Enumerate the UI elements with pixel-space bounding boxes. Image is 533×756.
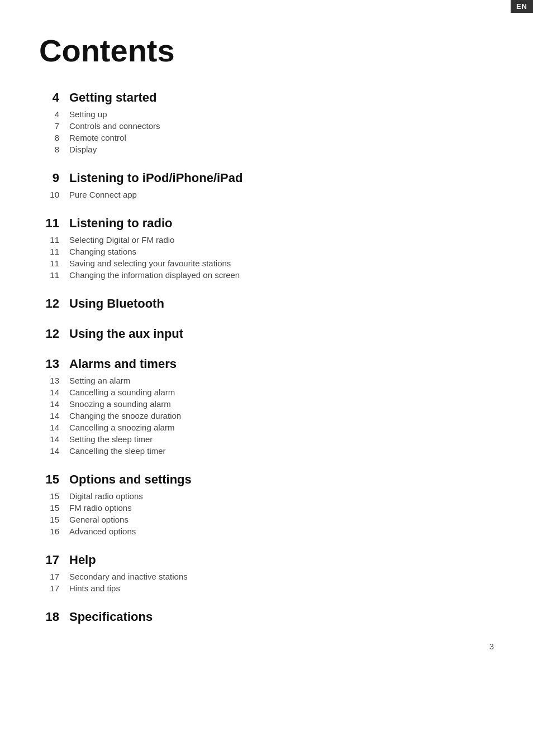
item-number: 10 <box>39 190 59 199</box>
item-number: 15 <box>39 491 59 501</box>
list-item: 15General options <box>39 514 494 525</box>
list-item: 14Cancelling a sounding alarm <box>39 386 494 398</box>
page-number: 3 <box>489 642 494 651</box>
list-item: 14Cancelling the sleep timer <box>39 445 494 457</box>
list-item: 14Changing the snooze duration <box>39 410 494 422</box>
item-label: Snoozing a sounding alarm <box>69 399 171 409</box>
section-items-list: 17Secondary and inactive stations17Hints… <box>39 571 494 594</box>
section-items-list: 10Pure Connect app <box>39 189 494 200</box>
item-label: Cancelling the sleep timer <box>69 446 166 456</box>
item-number: 11 <box>39 270 59 280</box>
item-label: FM radio options <box>69 503 132 513</box>
section-13-5: 13Alarms and timers13Setting an alarm14C… <box>39 357 494 457</box>
item-number: 15 <box>39 503 59 513</box>
toc-sections: 4Getting started4Setting up7Controls and… <box>39 90 494 624</box>
section-12-4: 12Using the aux input <box>39 327 494 341</box>
section-15-6: 15Options and settings15Digital radio op… <box>39 472 494 537</box>
item-label: Saving and selecting your favourite stat… <box>69 259 231 268</box>
item-label: Cancelling a snoozing alarm <box>69 423 174 432</box>
item-number: 16 <box>39 527 59 536</box>
item-label: Changing stations <box>69 247 136 256</box>
section-title: Using the aux input <box>69 327 183 341</box>
section-header: 4Getting started <box>39 90 494 105</box>
item-number: 14 <box>39 411 59 420</box>
section-title: Help <box>69 553 96 567</box>
section-title: Options and settings <box>69 472 192 487</box>
item-number: 11 <box>39 259 59 268</box>
section-number: 4 <box>39 90 59 105</box>
item-label: Advanced options <box>69 527 136 536</box>
item-number: 7 <box>39 121 59 131</box>
list-item: 11Selecting Digital or FM radio <box>39 234 494 246</box>
language-badge: EN <box>511 0 533 13</box>
list-item: 14Snoozing a sounding alarm <box>39 398 494 410</box>
section-4-0: 4Getting started4Setting up7Controls and… <box>39 90 494 155</box>
item-number: 17 <box>39 572 59 581</box>
item-label: Selecting Digital or FM radio <box>69 235 174 245</box>
list-item: 11Saving and selecting your favourite st… <box>39 257 494 269</box>
section-number: 18 <box>39 610 59 624</box>
item-number: 13 <box>39 376 59 385</box>
section-title: Using Bluetooth <box>69 296 164 311</box>
list-item: 8Display <box>39 143 494 155</box>
list-item: 17Secondary and inactive stations <box>39 571 494 582</box>
list-item: 4Setting up <box>39 108 494 120</box>
section-header: 13Alarms and timers <box>39 357 494 371</box>
item-label: Remote control <box>69 133 126 142</box>
item-label: Digital radio options <box>69 491 143 501</box>
list-item: 17Hints and tips <box>39 582 494 594</box>
section-number: 9 <box>39 171 59 185</box>
item-label: Changing the information displayed on sc… <box>69 270 240 280</box>
item-label: Changing the snooze duration <box>69 411 181 420</box>
list-item: 11Changing the information displayed on … <box>39 269 494 281</box>
list-item: 15FM radio options <box>39 502 494 514</box>
section-11-2: 11Listening to radio11Selecting Digital … <box>39 216 494 281</box>
item-label: Cancelling a sounding alarm <box>69 387 175 397</box>
section-12-3: 12Using Bluetooth <box>39 296 494 311</box>
page-title: Contents <box>39 34 494 68</box>
item-number: 15 <box>39 515 59 524</box>
section-header: 12Using Bluetooth <box>39 296 494 311</box>
section-title: Listening to radio <box>69 216 173 231</box>
section-items-list: 15Digital radio options15FM radio option… <box>39 490 494 537</box>
item-number: 4 <box>39 109 59 119</box>
item-number: 14 <box>39 446 59 456</box>
section-header: 11Listening to radio <box>39 216 494 231</box>
item-number: 11 <box>39 247 59 256</box>
item-number: 14 <box>39 434 59 444</box>
section-number: 12 <box>39 296 59 311</box>
item-label: Pure Connect app <box>69 190 137 199</box>
section-title: Getting started <box>69 90 156 105</box>
section-header: 18Specifications <box>39 610 494 624</box>
section-9-1: 9Listening to iPod/iPhone/iPad10Pure Con… <box>39 171 494 200</box>
item-label: Setting the sleep timer <box>69 434 153 444</box>
section-items-list: 11Selecting Digital or FM radio11Changin… <box>39 234 494 281</box>
item-number: 17 <box>39 583 59 593</box>
section-number: 17 <box>39 553 59 567</box>
list-item: 7Controls and connectors <box>39 120 494 132</box>
list-item: 11Changing stations <box>39 246 494 257</box>
section-17-7: 17Help17Secondary and inactive stations1… <box>39 553 494 594</box>
section-items-list: 4Setting up7Controls and connectors8Remo… <box>39 108 494 155</box>
item-number: 14 <box>39 399 59 409</box>
list-item: 8Remote control <box>39 132 494 143</box>
section-number: 13 <box>39 357 59 371</box>
section-header: 15Options and settings <box>39 472 494 487</box>
section-title: Alarms and timers <box>69 357 177 371</box>
section-number: 11 <box>39 216 59 231</box>
section-number: 15 <box>39 472 59 487</box>
item-label: Secondary and inactive stations <box>69 572 188 581</box>
item-number: 14 <box>39 387 59 397</box>
item-label: Hints and tips <box>69 583 120 593</box>
item-number: 14 <box>39 423 59 432</box>
section-title: Listening to iPod/iPhone/iPad <box>69 171 242 185</box>
item-label: Setting an alarm <box>69 376 130 385</box>
section-number: 12 <box>39 327 59 341</box>
section-18-8: 18Specifications <box>39 610 494 624</box>
list-item: 15Digital radio options <box>39 490 494 502</box>
section-title: Specifications <box>69 610 153 624</box>
item-number: 8 <box>39 133 59 142</box>
list-item: 13Setting an alarm <box>39 375 494 386</box>
item-label: General options <box>69 515 129 524</box>
list-item: 10Pure Connect app <box>39 189 494 200</box>
